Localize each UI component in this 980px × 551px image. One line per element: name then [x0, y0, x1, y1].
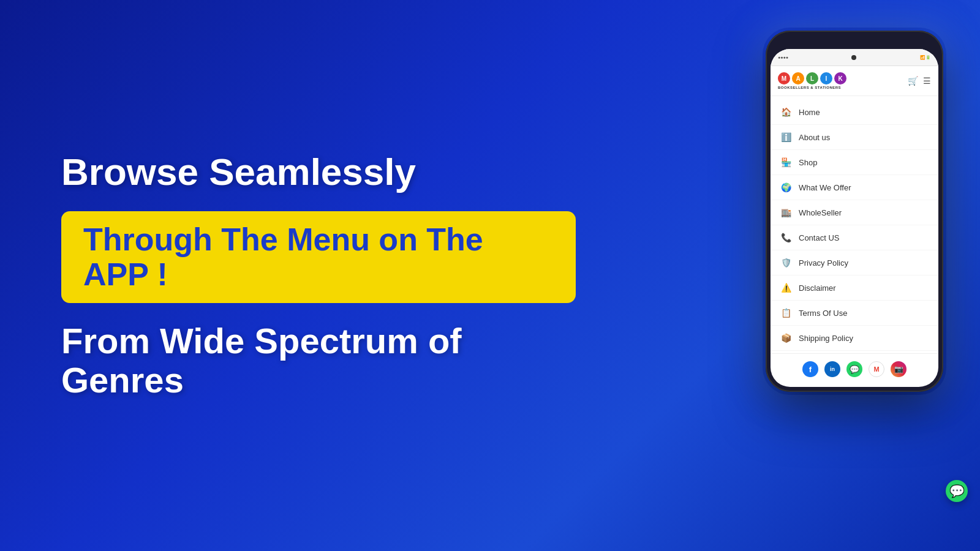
menu-item-terms-of-use[interactable]: 📋Terms Of Use [771, 301, 938, 326]
headline-line2: Through The Menu on The APP ! [83, 222, 483, 292]
headline-line3: From Wide Spectrum of Genres [61, 321, 576, 400]
phone-shell: ●●●● 📶🔋 M A L I K BOOKSELLERS & STATIONE… [766, 31, 943, 392]
menu-item-icon-3: 🌍 [779, 181, 793, 194]
logo-letter-l: L [806, 72, 818, 84]
menu-list: 🏠Homeℹ️About us🏪Shop🌍What We Offer🏬Whole… [771, 96, 938, 353]
menu-item-label-3: What We Offer [799, 183, 851, 192]
menu-item-icon-7: ⚠️ [779, 281, 793, 294]
logo-letter-i: I [820, 72, 832, 84]
menu-item-icon-8: 📋 [779, 306, 793, 320]
menu-item-shop[interactable]: 🏪Shop [771, 150, 938, 175]
left-section: Browse Seamlessly Through The Menu on Th… [0, 102, 612, 449]
social-row: f in 💬 M 📷 [771, 353, 938, 384]
menu-item-disclaimer[interactable]: ⚠️Disclaimer [771, 276, 938, 301]
app-header: M A L I K BOOKSELLERS & STATIONERS 🛒 ☰ [771, 66, 938, 96]
logo-letter-a: A [792, 72, 804, 84]
menu-icon[interactable]: ☰ [923, 76, 931, 86]
phone-section: ●●●● 📶🔋 M A L I K BOOKSELLERS & STATIONE… [612, 0, 980, 551]
menu-item-icon-4: 🏬 [779, 206, 793, 219]
menu-item-icon-1: ℹ️ [779, 130, 793, 144]
menu-item-label-8: Terms Of Use [799, 309, 847, 318]
phone-screen: ●●●● 📶🔋 M A L I K BOOKSELLERS & STATIONE… [771, 49, 938, 387]
menu-item-label-1: About us [799, 133, 830, 142]
menu-item-label-0: Home [799, 108, 820, 117]
menu-item-icon-0: 🏠 [779, 105, 793, 119]
facebook-icon[interactable]: f [802, 361, 818, 377]
menu-item-privacy-policy[interactable]: 🛡️Privacy Policy [771, 250, 938, 276]
menu-item-label-9: Shipping Policy [799, 334, 853, 343]
whatsapp-icon[interactable]: 💬 [846, 361, 862, 377]
gmail-icon[interactable]: M [869, 361, 884, 377]
menu-item-label-6: Privacy Policy [799, 258, 848, 268]
menu-item-label-2: Shop [799, 158, 817, 167]
menu-item-home[interactable]: 🏠Home [771, 100, 938, 125]
menu-item-shipping-policy[interactable]: 📦Shipping Policy [771, 326, 938, 351]
logo-letter-k: K [834, 72, 846, 84]
menu-item-contact-us[interactable]: 📞Contact US [771, 225, 938, 250]
menu-item-what-we-offer[interactable]: 🌍What We Offer [771, 175, 938, 200]
headline-line1: Browse Seamlessly [61, 151, 576, 193]
menu-item-wholeseller[interactable]: 🏬WholeSeller [771, 200, 938, 225]
logo-letter-m: M [778, 72, 790, 84]
phone-status-bar: ●●●● 📶🔋 [771, 49, 938, 66]
instagram-icon[interactable]: 📷 [891, 361, 907, 377]
yellow-box: Through The Menu on The APP ! [61, 211, 576, 303]
menu-item-label-4: WholeSeller [799, 208, 842, 217]
header-icons: 🛒 ☰ [908, 76, 931, 86]
menu-item-about-us[interactable]: ℹ️About us [771, 125, 938, 150]
logo-subtitle: BOOKSELLERS & STATIONERS [778, 86, 841, 89]
menu-item-icon-9: 📦 [779, 331, 793, 345]
cart-icon[interactable]: 🛒 [908, 76, 918, 86]
phone-camera [851, 55, 856, 60]
menu-item-label-7: Disclaimer [799, 283, 836, 293]
linkedin-icon[interactable]: in [824, 361, 840, 377]
menu-item-icon-5: 📞 [779, 231, 793, 244]
whatsapp-float-button[interactable]: 💬 [946, 480, 968, 502]
logo-circles: M A L I K [778, 72, 846, 84]
menu-item-label-5: Contact US [799, 233, 839, 242]
menu-item-icon-2: 🏪 [779, 156, 793, 169]
logo-area: M A L I K BOOKSELLERS & STATIONERS [778, 72, 846, 89]
menu-item-icon-6: 🛡️ [779, 256, 793, 269]
